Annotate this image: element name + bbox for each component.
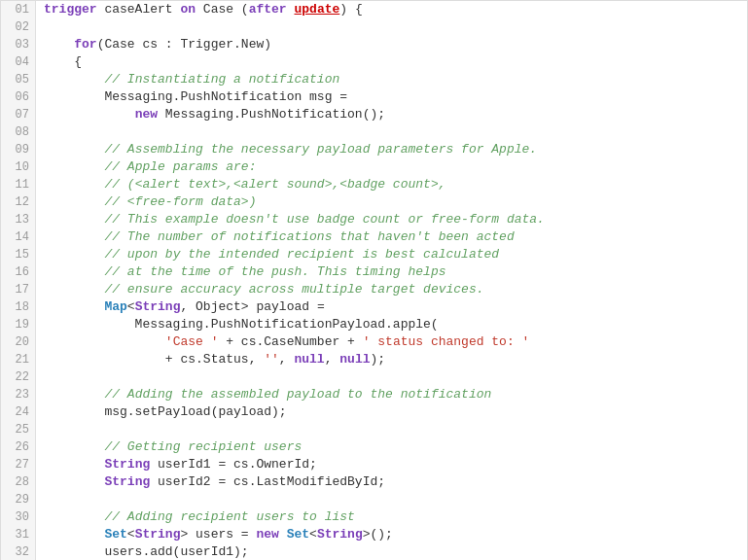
code-line: // Adding the assembled payload to the n… — [36, 386, 747, 403]
line-number: 14 — [1, 228, 35, 246]
code-line: 'Case ' + cs.CaseNumber + ' status chang… — [36, 333, 747, 351]
code-line — [36, 421, 747, 438]
code-line: // <free-form data>) — [36, 193, 747, 211]
code-line: // Apple params are: — [36, 158, 747, 176]
code-line: // ensure accuracy across multiple targe… — [36, 281, 747, 298]
code-line — [36, 123, 747, 141]
code-line: msg.setPayload(payload); — [36, 403, 747, 421]
code-line: Messaging.PushNotificationPayload.apple( — [36, 316, 747, 333]
code-line: // Adding recipient users to list — [36, 508, 747, 526]
code-line: users.add(userId1); — [36, 543, 747, 560]
code-line: { — [36, 53, 747, 71]
code-line: Messaging.PushNotification msg = — [36, 88, 747, 106]
line-number: 15 — [1, 246, 35, 263]
code-line: Set<String> users = new Set<String>(); — [36, 526, 747, 543]
line-number: 32 — [1, 543, 35, 560]
line-number: 03 — [1, 36, 35, 53]
line-number: 20 — [1, 333, 35, 351]
line-number: 12 — [1, 193, 35, 211]
code-line: // (<alert text>,<alert sound>,<badge co… — [36, 176, 747, 193]
line-number: 30 — [1, 508, 35, 526]
line-number: 22 — [1, 368, 35, 386]
line-number: 01 — [1, 1, 35, 18]
code-line: String userId2 = cs.LastModifiedById; — [36, 473, 747, 491]
line-number: 09 — [1, 141, 35, 158]
line-number: 08 — [1, 123, 35, 141]
line-number: 28 — [1, 473, 35, 491]
code-line: new Messaging.PushNotification(); — [36, 106, 747, 123]
line-number: 16 — [1, 263, 35, 281]
code-line — [36, 491, 747, 508]
code-line: // This example doesn't use badge count … — [36, 211, 747, 228]
code-line: for(Case cs : Trigger.New) — [36, 36, 747, 53]
line-number: 11 — [1, 176, 35, 193]
code-line: // at the time of the push. This timing … — [36, 263, 747, 281]
line-number: 24 — [1, 403, 35, 421]
line-number: 21 — [1, 351, 35, 368]
line-number: 18 — [1, 298, 35, 316]
code-line: + cs.Status, '', null, null); — [36, 351, 747, 368]
code-line: // Instantiating a notification — [36, 71, 747, 88]
line-number: 04 — [1, 53, 35, 71]
line-number: 05 — [1, 71, 35, 88]
line-number: 13 — [1, 211, 35, 228]
code-line: // The number of notifications that have… — [36, 228, 747, 246]
code-line: // Getting recipient users — [36, 438, 747, 456]
line-number: 10 — [1, 158, 35, 176]
line-number: 25 — [1, 421, 35, 438]
line-number: 27 — [1, 456, 35, 473]
line-number: 06 — [1, 88, 35, 106]
line-number: 26 — [1, 438, 35, 456]
code-content[interactable]: trigger caseAlert on Case (after update)… — [36, 1, 747, 560]
code-line: // upon by the intended recipient is bes… — [36, 246, 747, 263]
code-line: // Assembling the necessary payload para… — [36, 141, 747, 158]
line-number: 02 — [1, 18, 35, 36]
line-number: 19 — [1, 316, 35, 333]
code-line: String userId1 = cs.OwnerId; — [36, 456, 747, 473]
code-line: Map<String, Object> payload = — [36, 298, 747, 316]
line-number: 31 — [1, 526, 35, 543]
code-line — [36, 368, 747, 386]
line-number: 07 — [1, 106, 35, 123]
line-number: 17 — [1, 281, 35, 298]
line-number: 29 — [1, 491, 35, 508]
line-numbers: 0102030405060708091011121314151617181920… — [1, 1, 36, 560]
code-editor: 0102030405060708091011121314151617181920… — [0, 0, 748, 560]
line-number: 23 — [1, 386, 35, 403]
code-line — [36, 18, 747, 36]
code-line: trigger caseAlert on Case (after update)… — [36, 1, 747, 18]
